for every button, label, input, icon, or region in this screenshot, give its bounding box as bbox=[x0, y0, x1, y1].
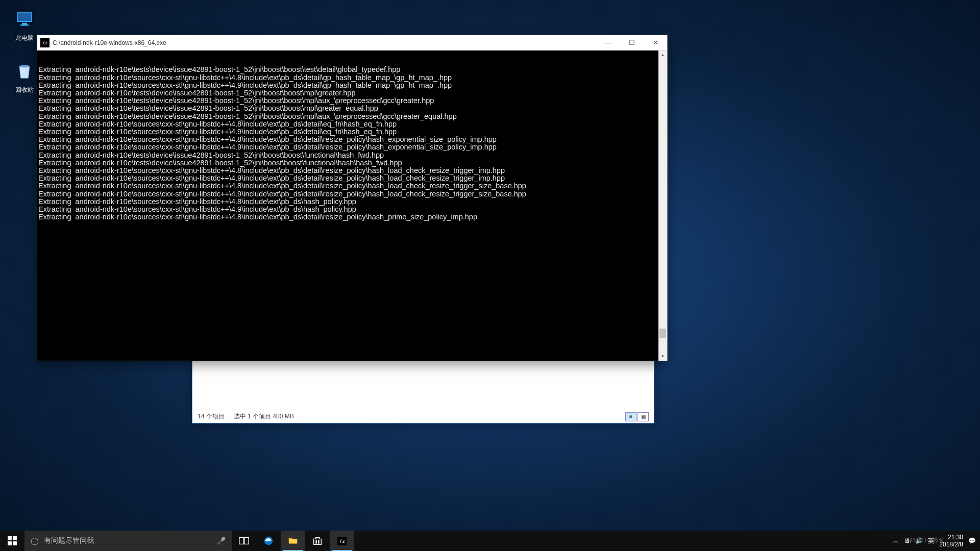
edge-icon bbox=[263, 535, 274, 546]
svg-rect-15 bbox=[318, 542, 320, 544]
svg-rect-9 bbox=[239, 538, 243, 544]
status-count: 14 个项目 bbox=[198, 412, 225, 421]
watermark-text: @51CTO博客 bbox=[906, 536, 944, 545]
microphone-icon[interactable]: 🎤 bbox=[217, 537, 226, 545]
store-icon bbox=[312, 535, 323, 546]
sevenzip-icon: 7z bbox=[40, 38, 50, 47]
minimize-button[interactable]: — bbox=[597, 35, 620, 51]
taskbar-store[interactable] bbox=[305, 531, 330, 551]
console-title: C:\android-ndk-r10e-windows-x86_64.exe bbox=[53, 39, 597, 46]
start-button[interactable] bbox=[0, 531, 24, 551]
svg-rect-5 bbox=[8, 536, 12, 540]
svg-rect-8 bbox=[13, 541, 17, 545]
console-output[interactable]: Extracting android-ndk-r10e\tests\device… bbox=[37, 51, 667, 361]
folder-icon bbox=[287, 535, 299, 546]
task-view-icon bbox=[238, 535, 250, 546]
monitor-icon bbox=[12, 7, 37, 32]
task-view-button[interactable] bbox=[232, 531, 256, 551]
action-center-icon[interactable]: 💬 bbox=[968, 537, 976, 544]
svg-rect-12 bbox=[315, 540, 317, 542]
svg-point-4 bbox=[19, 65, 30, 68]
view-icons-button[interactable]: ▦ bbox=[638, 412, 649, 421]
svg-rect-7 bbox=[8, 541, 12, 545]
svg-rect-2 bbox=[22, 23, 27, 24]
console-titlebar[interactable]: 7z C:\android-ndk-r10e-windows-x86_64.ex… bbox=[37, 35, 667, 51]
view-details-button[interactable]: ≡ bbox=[625, 412, 636, 421]
svg-rect-10 bbox=[244, 538, 249, 544]
close-button[interactable]: ✕ bbox=[644, 35, 667, 51]
cortana-search[interactable]: ◯ 有问题尽管问我 🎤 bbox=[24, 531, 232, 551]
scroll-up-icon[interactable]: ▴ bbox=[658, 51, 667, 59]
taskbar-edge[interactable] bbox=[256, 531, 281, 551]
svg-rect-13 bbox=[318, 540, 320, 542]
status-selection: 选中 1 个项目 400 MB bbox=[234, 412, 294, 421]
scroll-down-icon[interactable]: ▾ bbox=[658, 352, 667, 361]
taskbar-7zip[interactable]: 7z bbox=[330, 531, 354, 551]
taskbar: ◯ 有问题尽管问我 🎤 7z ︿ 🖥 🔊 英 21:30 2018/2/8 💬 … bbox=[0, 531, 980, 551]
search-placeholder: 有问题尽管问我 bbox=[44, 536, 94, 545]
svg-rect-14 bbox=[315, 542, 317, 544]
maximize-button[interactable]: ☐ bbox=[620, 35, 644, 51]
scrollbar-track[interactable] bbox=[658, 59, 667, 352]
svg-rect-6 bbox=[13, 536, 17, 540]
svg-rect-3 bbox=[20, 24, 29, 26]
scrollbar-thumb[interactable] bbox=[659, 329, 666, 338]
svg-rect-1 bbox=[18, 13, 32, 21]
tray-overflow-icon[interactable]: ︿ bbox=[893, 537, 899, 545]
console-window[interactable]: 7z C:\android-ndk-r10e-windows-x86_64.ex… bbox=[37, 35, 668, 361]
explorer-statusbar: 14 个项目 选中 1 个项目 400 MB ≡ ▦ bbox=[192, 410, 654, 423]
scrollbar[interactable]: ▴ ▾ bbox=[658, 51, 667, 361]
cortana-icon: ◯ bbox=[31, 537, 39, 545]
sevenzip-icon: 7z bbox=[337, 537, 347, 545]
taskbar-explorer[interactable] bbox=[281, 531, 305, 551]
recycle-bin-icon bbox=[12, 59, 37, 84]
windows-icon bbox=[8, 536, 17, 545]
